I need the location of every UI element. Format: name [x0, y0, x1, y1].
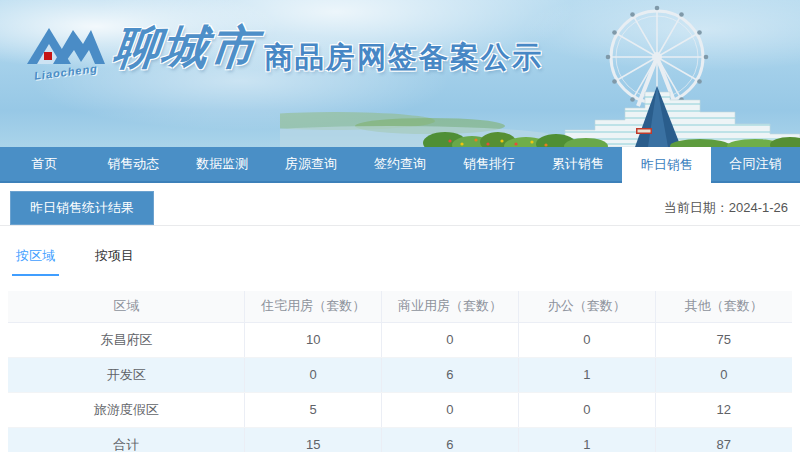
- region-cell: 合计: [8, 427, 245, 452]
- count-cell: 75: [655, 322, 792, 357]
- mountain-m-logo-icon: [27, 20, 105, 66]
- nav-item-contract-cancel[interactable]: 合同注销: [711, 147, 800, 181]
- nav-item-data-monitor[interactable]: 数据监测: [178, 147, 267, 181]
- count-cell: 0: [518, 322, 655, 357]
- view-tabs: 按区域按项目: [0, 243, 800, 276]
- column-header-0: 区域: [8, 291, 245, 322]
- count-cell: 1: [518, 427, 655, 452]
- count-cell: 15: [245, 427, 382, 452]
- count-cell: 5: [245, 392, 382, 427]
- nav-item-sales-ranking[interactable]: 销售排行: [444, 147, 533, 181]
- table-row: 旅游度假区50012: [8, 392, 792, 427]
- column-header-3: 办公（套数）: [518, 291, 655, 322]
- count-cell: 6: [382, 427, 519, 452]
- section-title-badge: 昨日销售统计结果: [10, 191, 154, 225]
- stats-table-header-row: 区域住宅用房（套数）商业用房（套数）办公（套数）其他（套数）: [8, 291, 792, 322]
- city-name: 聊城市: [111, 22, 260, 73]
- site-logo: Liaocheng 聊城市 商品房网签备案公示: [26, 20, 543, 78]
- section-header: 昨日销售统计结果 当前日期：2024-1-26: [0, 183, 800, 226]
- count-cell: 0: [518, 392, 655, 427]
- column-header-4: 其他（套数）: [655, 291, 792, 322]
- tab-by-project[interactable]: 按项目: [91, 243, 138, 276]
- date-label: 当前日期：: [664, 200, 729, 215]
- table-row: 合计156187: [8, 427, 792, 452]
- table-row: 东昌府区100075: [8, 322, 792, 357]
- stats-table: 区域住宅用房（套数）商业用房（套数）办公（套数）其他（套数） 东昌府区10007…: [8, 291, 792, 452]
- main-nav: 首页销售动态数据监测房源查询签约查询销售排行累计销售昨日销售合同注销: [0, 147, 800, 183]
- tab-by-region[interactable]: 按区域: [12, 243, 59, 276]
- region-cell: 开发区: [8, 357, 245, 392]
- count-cell: 0: [245, 357, 382, 392]
- nav-item-cumulative-sales[interactable]: 累计销售: [533, 147, 622, 181]
- column-header-1: 住宅用房（套数）: [245, 291, 382, 322]
- nav-item-yesterday-sales[interactable]: 昨日销售: [622, 147, 711, 183]
- count-cell: 10: [245, 322, 382, 357]
- nav-item-contract-query[interactable]: 签约查询: [356, 147, 445, 181]
- region-cell: 旅游度假区: [8, 392, 245, 427]
- count-cell: 0: [382, 392, 519, 427]
- count-cell: 6: [382, 357, 519, 392]
- count-cell: 1: [518, 357, 655, 392]
- date-value: 2024-1-26: [729, 200, 788, 215]
- banner-title: 商品房网签备案公示: [264, 38, 543, 78]
- region-cell: 东昌府区: [8, 322, 245, 357]
- count-cell: 0: [655, 357, 792, 392]
- current-date: 当前日期：2024-1-26: [664, 199, 788, 225]
- count-cell: 0: [382, 322, 519, 357]
- count-cell: 12: [655, 392, 792, 427]
- column-header-2: 商业用房（套数）: [382, 291, 519, 322]
- stats-table-body: 东昌府区100075开发区0610旅游度假区50012合计156187: [8, 322, 792, 452]
- nav-item-home[interactable]: 首页: [0, 147, 89, 181]
- nav-item-listing-query[interactable]: 房源查询: [267, 147, 356, 181]
- count-cell: 87: [655, 427, 792, 452]
- header-banner: Liaocheng 聊城市 商品房网签备案公示: [0, 0, 800, 147]
- table-row: 开发区0610: [8, 357, 792, 392]
- content-area: 昨日销售统计结果 当前日期：2024-1-26 按区域按项目 区域住宅用房（套数…: [0, 183, 800, 452]
- nav-item-sales-dynamics[interactable]: 销售动态: [89, 147, 178, 181]
